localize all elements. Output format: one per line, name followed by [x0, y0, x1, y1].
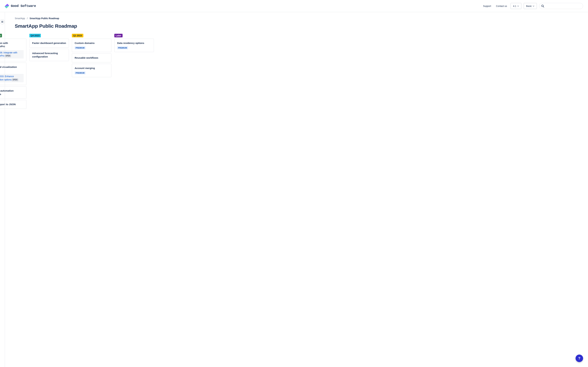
roadmap-card[interactable]: Advanced forecasting configuration: [29, 49, 69, 61]
header-actions: Support Contact us 4.1 Basic: [482, 3, 583, 9]
help-icon: ?: [578, 356, 580, 360]
premium-badge: PREMIUM: [117, 46, 128, 49]
main-content: SmartApp / SmartApp Public Roadmap Smart…: [5, 12, 588, 367]
board-column: Q4 2023Faster dashboard generationAdvanc…: [29, 34, 69, 110]
board-column: LaterData residency optionsPREMIUM: [114, 34, 154, 110]
version-value: 4.1: [513, 5, 516, 7]
sidebar-toggle-button[interactable]: [0, 19, 5, 24]
column-header: Later: [114, 34, 122, 37]
card-title: Data residency options: [117, 42, 151, 45]
roadmap-card[interactable]: Faster dashboard generation: [29, 39, 69, 48]
board-column: Q1 2023Custom domainsPREMIUMReusable wor…: [72, 34, 111, 110]
sidebar-rail: [0, 12, 5, 367]
search-input[interactable]: [539, 3, 583, 9]
breadcrumb-root[interactable]: SmartApp: [15, 17, 25, 20]
page-title: SmartApp Public Roadmap: [15, 23, 195, 29]
card-title: Faster dashboard generation: [32, 42, 66, 45]
roadmap-card[interactable]: Account mergingPREMIUM: [72, 64, 111, 77]
column-header: Q4 2023: [29, 34, 41, 37]
card-title: Advanced forecasting configuration: [32, 52, 66, 58]
search-box: [539, 3, 583, 9]
brand-area[interactable]: Good Software: [5, 4, 36, 8]
nav-contact-us[interactable]: Contact us: [495, 3, 508, 9]
nav-support[interactable]: Support: [482, 3, 492, 9]
svg-line-1: [543, 7, 544, 7]
tier-value: Basic: [526, 5, 532, 7]
premium-badge: PREMIUM: [75, 46, 86, 49]
chevron-down-icon: [517, 5, 519, 7]
svg-point-0: [542, 5, 543, 7]
column-header: Q1 2023: [72, 34, 83, 37]
card-title: Reusable workflows: [75, 56, 109, 59]
card-title: Account merging: [75, 67, 109, 70]
card-title: Custom domains: [75, 42, 109, 45]
help-button[interactable]: ?: [576, 355, 583, 362]
brand-name: Good Software: [11, 4, 36, 8]
app-header: Good Software Support Contact us 4.1 Bas…: [0, 0, 588, 12]
brand-logo: [5, 4, 9, 8]
roadmap-card[interactable]: Reusable workflows: [72, 53, 111, 62]
breadcrumb-current: SmartApp Public Roadmap: [30, 17, 59, 20]
roadmap-card[interactable]: Custom domainsPREMIUM: [72, 39, 111, 52]
breadcrumb: SmartApp / SmartApp Public Roadmap: [15, 17, 195, 20]
roadmap-board: In progressIntegration with AutomateProG…: [0, 34, 195, 110]
status-badge: OPEN: [5, 55, 11, 57]
status-badge: OPEN: [12, 78, 18, 81]
premium-badge: PREMIUM: [75, 71, 86, 74]
tier-dropdown[interactable]: Basic: [524, 3, 537, 9]
version-dropdown[interactable]: 4.1: [510, 3, 521, 9]
chevron-down-icon: [533, 5, 534, 7]
hamburger-icon: [1, 21, 3, 23]
search-icon: [541, 4, 544, 8]
roadmap-card[interactable]: Data residency optionsPREMIUM: [114, 39, 154, 52]
breadcrumb-separator: /: [27, 17, 27, 20]
